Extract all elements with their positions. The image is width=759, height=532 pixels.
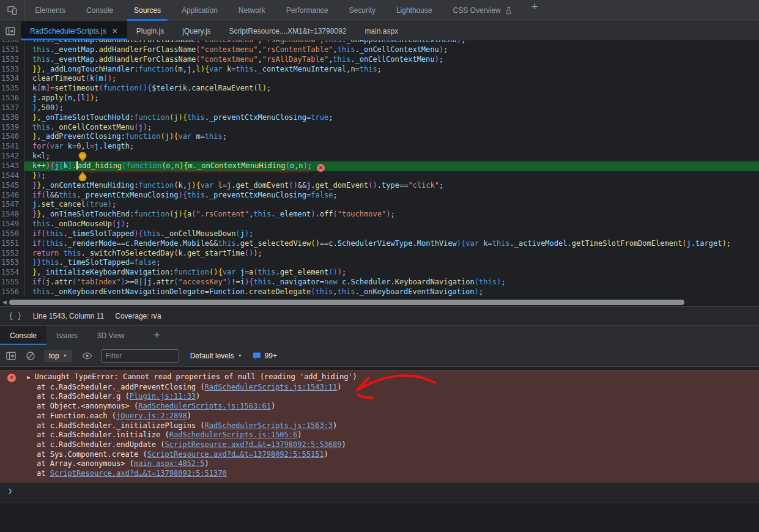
horizontal-scrollbar[interactable]: ◀ xyxy=(0,298,759,306)
stack-frame-link[interactable]: main.aspx:4852:5 xyxy=(134,459,205,468)
line-number[interactable]: 1556 xyxy=(0,287,24,297)
code-line[interactable]: 1543k++){j[k].add_hiding(function(o,n){m… xyxy=(0,161,759,171)
text-selection-handle-top[interactable] xyxy=(76,152,89,162)
issues-counter[interactable]: 99+ xyxy=(253,352,277,360)
line-number[interactable]: 1530 xyxy=(0,40,24,45)
line-number[interactable]: 1532 xyxy=(0,55,24,65)
create-live-expression-button[interactable] xyxy=(82,351,92,361)
horizontal-scrollbar-thumb[interactable] xyxy=(9,300,684,305)
code-line[interactable]: 1541for(var k=0,l=j.length; xyxy=(0,142,759,152)
error-message-row[interactable]: ▶Uncaught TypeError: Cannot read propert… xyxy=(27,372,754,383)
code-line[interactable]: 1538},_onTimeSlotTouchHold:function(j){t… xyxy=(0,113,759,123)
stack-frame-link[interactable]: RadSchedulerScripts.js:1563:61 xyxy=(138,402,271,410)
scroll-left-arrow-icon[interactable]: ◀ xyxy=(0,299,9,305)
code-line[interactable]: 1551if(this._renderMode==c.RenderMode.Mo… xyxy=(0,239,759,249)
code-line[interactable]: 1546if(l&&this._preventCtxMenuClosing){t… xyxy=(0,191,759,201)
line-number[interactable]: 1536 xyxy=(0,94,24,103)
code-editor[interactable]: 1530this._eventMap.addHandlerForClassNam… xyxy=(0,40,759,306)
code-line[interactable]: 1550if(this._timeSlotTapped){this._onCel… xyxy=(0,229,759,239)
close-icon[interactable]: ✕ xyxy=(112,28,118,35)
stack-frame-link[interactable]: RadSchedulerScripts.js:1543:11 xyxy=(205,383,338,391)
console-filter-input[interactable] xyxy=(101,349,179,363)
line-number[interactable]: 1543 xyxy=(0,161,24,171)
tab-sources[interactable]: Sources xyxy=(124,0,171,21)
tab-console[interactable]: Console xyxy=(76,0,124,21)
code-line[interactable]: 1530this._eventMap.addHandlerForClassNam… xyxy=(0,40,759,45)
line-number[interactable]: 1544 xyxy=(0,171,24,181)
code-line[interactable]: 1542k<l; xyxy=(0,152,759,161)
code-line[interactable]: 1534clearTimeout(k[m]); xyxy=(0,74,759,84)
tab-elements[interactable]: Elements xyxy=(24,0,76,21)
tab-security[interactable]: Security xyxy=(339,0,386,21)
more-panels-button[interactable]: + xyxy=(523,0,547,21)
tab-css-overview[interactable]: CSS Overview xyxy=(443,0,523,21)
tab-network[interactable]: Network xyxy=(228,0,276,21)
drawer-tab-3d-view[interactable]: 3D View xyxy=(87,326,134,345)
clear-console-button[interactable] xyxy=(26,351,35,361)
stack-frame-link[interactable]: RadSchedulerScripts.js:1505:6 xyxy=(169,430,298,439)
code-line[interactable]: 1537},500); xyxy=(0,103,759,113)
file-tab-radschedulerscripts-js[interactable]: RadSchedulerScripts.js✕ xyxy=(21,21,127,40)
line-number[interactable]: 1538 xyxy=(0,113,24,123)
tab-performance[interactable]: Performance xyxy=(276,0,339,21)
code-line[interactable]: 1556this._onKeyboardEventNavigationDeleg… xyxy=(0,287,759,297)
stack-frame-link[interactable]: ScriptResource.axd?d…&t=13798092:5:53689 xyxy=(165,440,342,449)
line-number[interactable]: 1542 xyxy=(0,152,24,161)
file-tab-plugin-js[interactable]: Plugin.js xyxy=(127,21,173,40)
line-number[interactable]: 1547 xyxy=(0,200,24,210)
javascript-context-select[interactable]: top ▼ xyxy=(44,350,72,362)
line-number[interactable]: 1534 xyxy=(0,74,24,84)
line-number[interactable]: 1545 xyxy=(0,181,24,191)
line-number[interactable]: 1552 xyxy=(0,249,24,259)
code-line[interactable]: 1549this._onDocMouseUp(j); xyxy=(0,220,759,229)
code-line[interactable]: 1547j.set_cancel(true); xyxy=(0,200,759,210)
code-line[interactable]: 1531this._eventMap.addHandlerForClassNam… xyxy=(0,45,759,55)
toggle-console-sidebar-button[interactable] xyxy=(6,351,16,361)
line-number[interactable]: 1551 xyxy=(0,239,24,249)
code-line[interactable]: 1535k[m]=setTimeout(function(){$telerik.… xyxy=(0,84,759,94)
more-drawer-tabs-button[interactable]: + xyxy=(145,326,169,345)
line-number[interactable]: 1554 xyxy=(0,268,24,278)
stack-frame-link[interactable]: ScriptResource.axd?d…&t=13798092:5:55151 xyxy=(147,450,324,459)
stack-frame-link[interactable]: Plugin.js:11:33 xyxy=(130,392,196,401)
line-number[interactable]: 1537 xyxy=(0,103,24,113)
stack-frame-link[interactable]: RadSchedulerScripts.js:1563:3 xyxy=(205,421,333,430)
line-number[interactable]: 1531 xyxy=(0,45,24,55)
line-number[interactable]: 1540 xyxy=(0,132,24,142)
code-line[interactable]: 1540},_addPreventClosing:function(j){var… xyxy=(0,132,759,142)
file-tab-scriptresource-xm1-t-13798092[interactable]: ScriptResource....XM1&t=13798092 xyxy=(220,21,356,40)
code-line[interactable]: 1555if(j.attr("tabIndex")>=0||j.attr("ac… xyxy=(0,278,759,287)
code-line[interactable]: 1552return this._switchToSelectedDay(k.g… xyxy=(0,249,759,259)
code-line[interactable]: 1539this._onCellContextMenu(j); xyxy=(0,123,759,133)
drawer-tab-issues[interactable]: Issues xyxy=(46,326,87,345)
pretty-print-icon[interactable]: { } xyxy=(9,312,22,320)
tab-lighthouse[interactable]: Lighthouse xyxy=(386,0,443,21)
line-number[interactable]: 1555 xyxy=(0,278,24,287)
line-number[interactable]: 1539 xyxy=(0,123,24,133)
code-line[interactable]: 1532this._eventMap.addHandlerForClassNam… xyxy=(0,55,759,65)
code-line[interactable]: 1548}},_onTimeSlotTouchEnd:function(j){a… xyxy=(0,210,759,220)
line-number[interactable]: 1533 xyxy=(0,65,24,75)
stack-frame-link[interactable]: jQuery.js:2:2898 xyxy=(116,412,187,420)
log-levels-dropdown[interactable]: Default levels ▼ xyxy=(190,352,242,360)
stack-frame-link[interactable]: ScriptResource.axd?d…&t=13798092:5:51370 xyxy=(50,469,227,478)
line-number[interactable]: 1550 xyxy=(0,229,24,239)
line-number[interactable]: 1535 xyxy=(0,84,24,94)
line-number[interactable]: 1546 xyxy=(0,191,24,201)
code-line[interactable]: 1545}},_onContextMenuHiding:function(k,j… xyxy=(0,181,759,191)
code-line[interactable]: 1553}}this._timeSlotTapped=false; xyxy=(0,258,759,268)
toggle-device-toolbar-button[interactable] xyxy=(0,0,24,21)
text-selection-handle-bottom[interactable] xyxy=(76,171,89,181)
line-number[interactable]: 1541 xyxy=(0,142,24,152)
file-tab-main-aspx[interactable]: main.aspx xyxy=(355,21,407,40)
code-line[interactable]: 1554},_initializeKeyboardNavigation:func… xyxy=(0,268,759,278)
code-line[interactable]: 1544}); xyxy=(0,171,759,181)
line-number[interactable]: 1553 xyxy=(0,258,24,268)
code-line[interactable]: 1533}},_addLongTouchHandler:function(m,j… xyxy=(0,65,759,75)
drawer-tab-console[interactable]: Console xyxy=(0,326,46,345)
toggle-navigator-button[interactable] xyxy=(0,21,21,40)
tab-application[interactable]: Application xyxy=(171,0,228,21)
console-prompt[interactable]: ❯ xyxy=(0,487,759,495)
file-tab-jquery-js[interactable]: jQuery.js xyxy=(173,21,220,40)
code-line[interactable]: 1536j.apply(n,[l]); xyxy=(0,94,759,103)
